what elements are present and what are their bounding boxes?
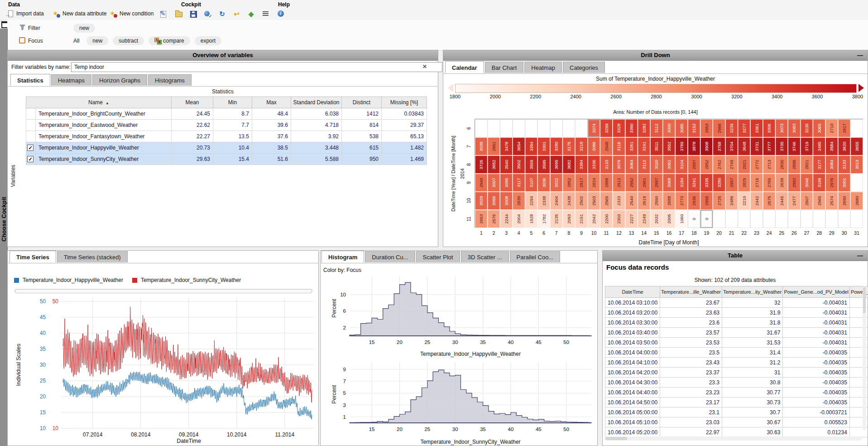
tab-bar-chart[interactable]: Bar Chart — [485, 62, 524, 73]
calendar-cell-empty[interactable] — [550, 120, 562, 137]
tab-heatmap[interactable]: Heatmap — [524, 62, 562, 73]
open-cockpit-button[interactable] — [175, 9, 182, 18]
table-vertical-scrollbar[interactable] — [863, 286, 866, 430]
column-name[interactable]: Name▲ — [26, 97, 172, 108]
filter-variables-input[interactable]: Temp indoor — [71, 62, 442, 72]
calendar-cell-empty[interactable] — [538, 120, 550, 137]
tab-statistics[interactable]: Statistics — [10, 74, 50, 86]
calendar-cell-empty[interactable] — [575, 120, 588, 137]
tab-horizon-graphs[interactable]: Horizon Graphs — [92, 74, 147, 86]
drilldown-minimize-button[interactable]: — — [857, 50, 863, 60]
column-max[interactable]: Max — [252, 97, 291, 108]
filter-new-button[interactable]: new — [73, 24, 95, 33]
drilldown-titlebar[interactable]: Drill Down— — [443, 50, 868, 61]
list-view-button[interactable] — [262, 9, 269, 18]
tab-duration-curve[interactable]: Duration Cu... — [365, 251, 415, 262]
table-vscroll-thumb[interactable] — [863, 287, 866, 313]
calendar-cell-empty[interactable] — [826, 210, 838, 228]
variable-row[interactable]: Temperature_Indoor_Fantasytown_Weather22… — [26, 131, 427, 142]
histogram-area[interactable] — [350, 282, 591, 336]
focus-compare-button[interactable]: AB compare — [149, 36, 190, 45]
data-record-row[interactable]: 10.06.2014 03:10:0023.6732-0.004031-0.00 — [605, 298, 868, 308]
table-minimize-button[interactable]: — — [857, 251, 863, 261]
calendar-heatmap[interactable]: 3074329933283390328231123000308531522953… — [443, 117, 868, 247]
variable-row[interactable]: ✓Temperature_Indoor_Happyville_Weather20… — [26, 142, 427, 154]
data-record-row[interactable]: 10.06.2014 04:40:0023.2330.77-0.004035-0… — [605, 388, 868, 398]
calendar-cell-empty[interactable] — [851, 174, 863, 192]
histogram-happyville[interactable]: 15202530354045502610 Percent Temperature… — [321, 274, 598, 359]
calendar-cell-empty[interactable] — [488, 120, 500, 137]
calendar-cell-empty[interactable] — [738, 210, 750, 228]
data-record-row[interactable]: 10.06.2014 04:00:0023.531.4-0.004035-0.0… — [605, 348, 868, 358]
table-horizontal-scrollbar[interactable] — [604, 436, 862, 441]
focus-export-button[interactable]: export — [195, 36, 221, 45]
variable-row[interactable]: Temperature_Indoor_BrightCounty_Weather2… — [26, 108, 427, 120]
tab-calendar[interactable]: Calendar — [445, 61, 484, 73]
calendar-cell-empty[interactable] — [813, 210, 825, 228]
data-record-row[interactable]: 10.06.2014 03:40:0023.5731.67-0.004031-0… — [605, 328, 868, 338]
calendar-cell-empty[interactable] — [563, 120, 575, 137]
new-data-attribute-button[interactable]: ✶ New data attribute — [53, 9, 106, 18]
data-record-row[interactable]: 10.06.2014 04:50:0023.1730.73-0.004035-0… — [605, 398, 868, 407]
tab-parallel-coordinates[interactable]: Parallel Coo... — [510, 251, 561, 262]
data-record-row[interactable]: 10.06.2014 03:30:0023.631.8-0.004031-0.0… — [605, 318, 868, 328]
calendar-cell-empty[interactable] — [851, 120, 863, 137]
focus-subtract-button[interactable]: subtract — [113, 36, 144, 45]
column-mean[interactable]: Mean — [172, 97, 213, 108]
table-titlebar[interactable]: Table— — [603, 251, 868, 261]
variable-row[interactable]: Temperature_Indoor_Eastwood_Weather22.62… — [26, 120, 427, 131]
calendar-cell-empty[interactable] — [513, 120, 525, 137]
data-record-row[interactable]: 10.06.2014 05:10:0023.0330.670.005523-0.… — [605, 417, 868, 427]
apply-button[interactable]: ✓ — [204, 9, 211, 18]
calendar-cell-empty[interactable] — [763, 210, 775, 228]
checkbox-checked[interactable]: ✓ — [27, 145, 34, 151]
calendar-cell-empty[interactable] — [525, 120, 537, 137]
calendar-cell-empty[interactable] — [500, 120, 513, 137]
column-temperature-happyville[interactable]: Temperature...ille_Weather — [660, 286, 722, 298]
column-distinct[interactable]: Distinct — [342, 97, 382, 108]
column-datetime[interactable]: DateTime — [605, 286, 660, 298]
colorbar-left-arrow[interactable] — [448, 84, 453, 92]
data-record-row[interactable]: 10.06.2014 05:00:0023.130.7-0.0003721-0.… — [605, 407, 868, 417]
tab-scatter-plot[interactable]: Scatter Plot — [416, 251, 460, 262]
calendar-cell-empty[interactable] — [713, 210, 725, 228]
column-min[interactable]: Min — [213, 97, 252, 108]
import-data-button[interactable]: → Import data — [6, 9, 44, 18]
data-record-row[interactable]: 10.06.2014 04:30:0023.330.8-0.004035-0.0… — [605, 378, 868, 388]
data-record-row[interactable]: 10.06.2014 04:10:0023.4331.2-0.004035-0.… — [605, 358, 868, 368]
checkbox-checked[interactable]: ✓ — [27, 156, 34, 162]
histogram-area[interactable] — [350, 370, 591, 423]
variable-checkbox-cell[interactable]: ✓ — [26, 154, 36, 165]
data-record-row[interactable]: 10.06.2014 04:20:0023.3731-0.004035-0.00 — [605, 368, 868, 378]
column-temperature-sunnycity[interactable]: Temperature...ity_Weather — [722, 286, 782, 298]
focus-all-label[interactable]: All — [73, 38, 79, 44]
colorbar-gradient[interactable] — [455, 84, 857, 93]
focus-new-button[interactable]: new — [86, 36, 108, 45]
column-standard-deviation[interactable]: Standard Deviation — [291, 97, 342, 108]
calendar-cell-empty[interactable] — [751, 210, 763, 228]
data-record-row[interactable]: 10.06.2014 03:20:0023.6331.9-0.004031-0.… — [605, 308, 868, 318]
timeseries-chart[interactable]: 07.201408.201409.201410.201411.201410152… — [8, 251, 319, 446]
tab-histogram[interactable]: Histogram — [321, 251, 364, 262]
variable-row[interactable]: ✓Temperature_Indoor_SunnyCity_Weather29.… — [26, 154, 427, 165]
colorbar-right-arrow[interactable] — [858, 84, 864, 92]
edit-cockpit-button[interactable]: ✎ — [159, 9, 167, 18]
undo-button[interactable]: ↩ — [233, 9, 240, 18]
calendar-cell-empty[interactable] — [851, 210, 863, 228]
tab-categories[interactable]: Categories — [563, 62, 605, 73]
redo-button[interactable]: ◈ — [247, 9, 255, 18]
save-cockpit-button[interactable] — [189, 9, 197, 18]
clear-filter-icon[interactable]: ✕ — [422, 63, 427, 70]
calendar-cell-empty[interactable] — [838, 210, 850, 228]
table-hscroll-thumb[interactable] — [605, 437, 627, 440]
overview-titlebar[interactable]: Overview of variables — [8, 50, 438, 61]
calendar-cell-empty[interactable] — [801, 210, 813, 228]
column-missing[interactable]: Missing [%] — [382, 97, 427, 108]
tab-3d-scatter[interactable]: 3D Scatter ... — [461, 251, 509, 262]
menu-data[interactable]: Data — [8, 1, 20, 8]
variable-checkbox-cell[interactable]: ✓ — [26, 142, 36, 154]
about-button[interactable]: i — [277, 9, 285, 18]
calendar-cell-empty[interactable] — [788, 210, 801, 228]
calendar-cell-empty[interactable] — [725, 210, 738, 228]
refresh-button[interactable]: ↻ — [218, 9, 226, 18]
